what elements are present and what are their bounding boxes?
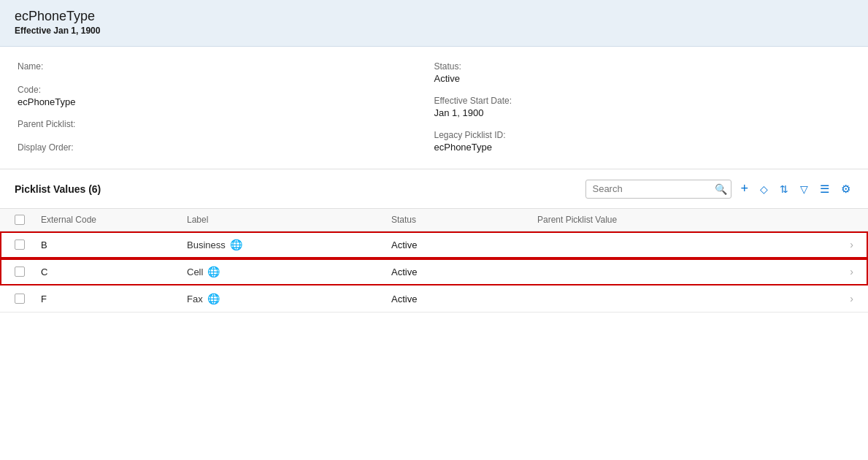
columns-icon: ☰ <box>820 183 829 196</box>
picklist-header: Picklist Values (6) 🔍 + ◇ ⇅ ▽ <box>0 169 868 209</box>
col-status: Status <box>391 215 537 225</box>
sort-button[interactable]: ⇅ <box>777 180 791 198</box>
cell-status: Active <box>391 294 537 304</box>
display-order-field: Display Order: <box>18 142 434 154</box>
table-body: B Business 🌐 Active › C Cell 🌐 Active › … <box>0 231 868 313</box>
row-chevron-icon: › <box>850 239 853 250</box>
effective-start-label: Effective Start Date: <box>434 96 851 106</box>
form-left: Name: Code: ecPhoneType Parent Picklist:… <box>18 61 434 154</box>
effective-start-value: Jan 1, 1900 <box>434 107 851 118</box>
filter-button[interactable]: ▽ <box>797 180 811 198</box>
page-subtitle: Effective Jan 1, 1900 <box>15 26 853 36</box>
settings-icon: ⚙ <box>841 183 850 196</box>
code-label: Code: <box>18 85 434 95</box>
label-text: Cell <box>187 267 203 277</box>
picklist-section: Picklist Values (6) 🔍 + ◇ ⇅ ▽ <box>0 169 868 313</box>
form-right: Status: Active Effective Start Date: Jan… <box>434 61 851 154</box>
cell-status: Active <box>391 239 537 250</box>
row-chevron-icon: › <box>850 266 853 277</box>
detail-form: Name: Code: ecPhoneType Parent Picklist:… <box>0 47 868 169</box>
status-value: Active <box>434 73 851 84</box>
picklist-button[interactable]: ◇ <box>757 180 771 198</box>
cell-external-code: B <box>41 239 187 250</box>
table-row[interactable]: C Cell 🌐 Active › <box>0 258 868 285</box>
code-field: Code: ecPhoneType <box>18 85 434 107</box>
name-field: Name: <box>18 61 434 73</box>
label-text: Business <box>187 239 226 250</box>
col-external-code: External Code <box>41 215 187 225</box>
status-field: Status: Active <box>434 61 851 84</box>
search-input[interactable] <box>592 183 715 194</box>
cell-label: Business 🌐 <box>187 239 391 250</box>
picklist-title: Picklist Values (6) <box>15 183 101 195</box>
col-label: Label <box>187 215 391 225</box>
columns-button[interactable]: ☰ <box>817 180 832 199</box>
status-label: Status: <box>434 61 851 72</box>
legacy-picklist-label: Legacy Picklist ID: <box>434 130 851 140</box>
add-button[interactable]: + <box>737 178 751 199</box>
row-checkbox[interactable] <box>15 239 41 250</box>
globe-icon: 🌐 <box>230 239 242 250</box>
sort-icon: ⇅ <box>780 183 788 195</box>
page-title: ecPhoneType <box>15 9 853 24</box>
name-label: Name: <box>18 61 434 72</box>
cell-status: Active <box>391 267 537 277</box>
table-row[interactable]: F Fax 🌐 Active › <box>0 285 868 313</box>
row-chevron-icon: › <box>850 293 853 304</box>
row-checkbox[interactable] <box>15 294 41 304</box>
row-checkbox[interactable] <box>15 267 41 277</box>
form-grid: Name: Code: ecPhoneType Parent Picklist:… <box>18 61 850 154</box>
code-value: ecPhoneType <box>18 96 434 107</box>
search-icon: 🔍 <box>715 183 727 195</box>
search-box[interactable]: 🔍 <box>585 180 731 199</box>
filter-icon: ▽ <box>800 183 808 195</box>
table-row[interactable]: B Business 🌐 Active › <box>0 231 868 258</box>
select-all-checkbox[interactable] <box>15 215 41 225</box>
legacy-picklist-field: Legacy Picklist ID: ecPhoneType <box>434 130 851 153</box>
display-order-label: Display Order: <box>18 142 434 153</box>
settings-button[interactable]: ⚙ <box>838 180 853 199</box>
cell-external-code: C <box>41 267 187 277</box>
globe-icon: 🌐 <box>207 293 220 304</box>
cell-external-code: F <box>41 294 187 304</box>
plus-icon: + <box>740 181 748 196</box>
legacy-picklist-id-value: ecPhoneType <box>434 142 851 153</box>
picklist-toolbar: 🔍 + ◇ ⇅ ▽ ☰ ⚙ <box>585 178 853 199</box>
parent-picklist-field: Parent Picklist: <box>18 119 434 131</box>
col-parent-picklist-value: Parent Picklist Value <box>537 215 831 225</box>
table-header: External Code Label Status Parent Pickli… <box>0 209 868 231</box>
page-header: ecPhoneType Effective Jan 1, 1900 <box>0 0 868 47</box>
effective-start-field: Effective Start Date: Jan 1, 1900 <box>434 96 851 118</box>
cell-label: Fax 🌐 <box>187 293 391 304</box>
label-text: Fax <box>187 294 203 304</box>
globe-icon: 🌐 <box>207 266 220 277</box>
cell-label: Cell 🌐 <box>187 266 391 277</box>
diamond-icon: ◇ <box>760 183 768 195</box>
parent-picklist-label: Parent Picklist: <box>18 119 434 129</box>
